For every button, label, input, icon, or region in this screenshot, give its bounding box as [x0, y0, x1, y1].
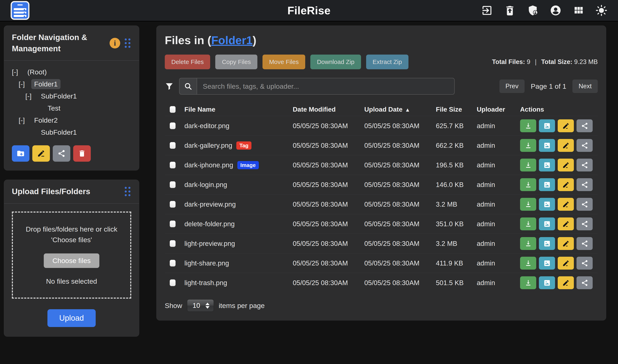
- download-file-button[interactable]: [520, 139, 536, 152]
- folder-tree-item[interactable]: [-]Test: [12, 102, 131, 114]
- file-name[interactable]: light-share.png: [184, 259, 229, 267]
- row-checkbox[interactable]: [170, 122, 176, 129]
- row-checkbox[interactable]: [170, 240, 176, 247]
- row-checkbox[interactable]: [170, 181, 176, 188]
- drag-handle-icon[interactable]: [124, 186, 131, 197]
- tree-toggle[interactable]: [-]: [19, 80, 28, 88]
- app-logo-icon[interactable]: [11, 1, 29, 20]
- admin-shield-icon[interactable]: [527, 4, 539, 16]
- next-page-button[interactable]: Next: [572, 79, 598, 93]
- preview-file-button[interactable]: [539, 139, 555, 152]
- tree-toggle[interactable]: [-]: [19, 116, 28, 124]
- delete-folder-button[interactable]: [73, 145, 91, 162]
- file-name[interactable]: light-trash.png: [184, 279, 227, 287]
- file-name[interactable]: dark-editor.png: [184, 122, 229, 130]
- folder-name[interactable]: Test: [45, 103, 63, 113]
- download-file-button[interactable]: [520, 119, 536, 132]
- share-file-button[interactable]: [577, 276, 593, 289]
- search-icon[interactable]: [179, 78, 197, 95]
- download-file-button[interactable]: [520, 159, 536, 171]
- download-file-button[interactable]: [520, 257, 536, 270]
- preview-file-button[interactable]: [539, 257, 555, 270]
- filter-icon[interactable]: [165, 82, 174, 91]
- row-checkbox[interactable]: [170, 142, 176, 149]
- folder-tree-item[interactable]: [-]Folder2: [12, 114, 131, 126]
- tree-toggle[interactable]: [-]: [25, 92, 35, 100]
- copy-files-button[interactable]: Copy Files: [215, 54, 257, 69]
- edit-file-button[interactable]: [558, 159, 574, 171]
- items-per-page-select[interactable]: 10: [187, 299, 214, 312]
- row-checkbox[interactable]: [170, 279, 176, 286]
- edit-file-button[interactable]: [558, 276, 574, 289]
- info-icon[interactable]: i: [110, 38, 120, 48]
- folder-name[interactable]: (Root): [25, 67, 50, 77]
- delete-files-button[interactable]: Delete Files: [165, 54, 210, 69]
- share-file-button[interactable]: [577, 237, 593, 250]
- share-file-button[interactable]: [577, 198, 593, 211]
- edit-file-button[interactable]: [558, 237, 574, 250]
- share-file-button[interactable]: [577, 159, 593, 171]
- choose-files-button[interactable]: Choose files: [44, 253, 99, 268]
- trash-restore-icon[interactable]: [504, 4, 516, 16]
- folder-name[interactable]: SubFolder1: [38, 91, 80, 101]
- edit-file-button[interactable]: [558, 178, 574, 191]
- folder-tree-item[interactable]: [-]SubFolder1: [12, 126, 131, 138]
- rename-folder-button[interactable]: [32, 145, 50, 162]
- preview-file-button[interactable]: [539, 119, 555, 132]
- preview-file-button[interactable]: [539, 276, 555, 289]
- share-file-button[interactable]: [577, 119, 593, 132]
- file-name[interactable]: dark-gallery.png: [184, 142, 232, 149]
- upload-dropzone[interactable]: Drop files/folders here or click 'Choose…: [12, 211, 131, 299]
- header-upload-date[interactable]: Upload Date▲: [364, 106, 436, 113]
- preview-file-button[interactable]: [539, 198, 555, 211]
- preview-file-button[interactable]: [539, 218, 555, 230]
- select-all-checkbox[interactable]: [170, 106, 176, 113]
- share-file-button[interactable]: [577, 218, 593, 230]
- preview-file-button[interactable]: [539, 159, 555, 171]
- user-profile-icon[interactable]: [550, 4, 562, 16]
- header-date-modified[interactable]: Date Modified: [293, 106, 364, 113]
- prev-page-button[interactable]: Prev: [500, 79, 525, 93]
- header-file-size[interactable]: File Size: [436, 106, 477, 113]
- share-file-button[interactable]: [577, 257, 593, 270]
- folder-name[interactable]: SubFolder1: [38, 127, 80, 137]
- edit-file-button[interactable]: [558, 198, 574, 211]
- download-file-button[interactable]: [520, 237, 536, 250]
- edit-file-button[interactable]: [558, 257, 574, 270]
- move-files-button[interactable]: Move Files: [263, 54, 305, 69]
- download-zip-button[interactable]: Download Zip: [310, 54, 361, 69]
- header-file-name[interactable]: File Name: [184, 106, 293, 113]
- download-file-button[interactable]: [520, 276, 536, 289]
- file-name[interactable]: delete-folder.png: [184, 220, 235, 228]
- create-folder-button[interactable]: [12, 145, 29, 162]
- preview-file-button[interactable]: [539, 178, 555, 191]
- edit-file-button[interactable]: [558, 139, 574, 152]
- share-folder-button[interactable]: [53, 145, 70, 162]
- grid-view-icon[interactable]: [573, 4, 584, 16]
- folder-tree-item[interactable]: [-](Root): [12, 66, 131, 78]
- file-name[interactable]: dark-preview.png: [184, 200, 236, 208]
- folder-name[interactable]: Folder2: [31, 115, 61, 125]
- edit-file-button[interactable]: [558, 119, 574, 132]
- preview-file-button[interactable]: [539, 237, 555, 250]
- extract-zip-button[interactable]: Extract Zip: [366, 54, 408, 69]
- upload-button[interactable]: Upload: [47, 309, 96, 327]
- header-uploader[interactable]: Uploader: [477, 106, 520, 113]
- edit-file-button[interactable]: [558, 218, 574, 230]
- row-checkbox[interactable]: [170, 201, 176, 208]
- row-checkbox[interactable]: [170, 221, 176, 227]
- current-folder-link[interactable]: Folder1: [211, 34, 252, 47]
- light-mode-icon[interactable]: [595, 4, 607, 16]
- folder-tree-item[interactable]: [-]SubFolder1: [12, 90, 131, 102]
- logout-icon[interactable]: [481, 4, 493, 16]
- file-name[interactable]: dark-login.png: [184, 181, 227, 189]
- download-file-button[interactable]: [520, 198, 536, 211]
- download-file-button[interactable]: [520, 218, 536, 230]
- share-file-button[interactable]: [577, 178, 593, 191]
- download-file-button[interactable]: [520, 178, 536, 191]
- share-file-button[interactable]: [577, 139, 593, 152]
- file-name[interactable]: light-preview.png: [184, 240, 235, 247]
- row-checkbox[interactable]: [170, 162, 176, 169]
- search-input[interactable]: [197, 78, 455, 95]
- drag-handle-icon[interactable]: [124, 38, 131, 49]
